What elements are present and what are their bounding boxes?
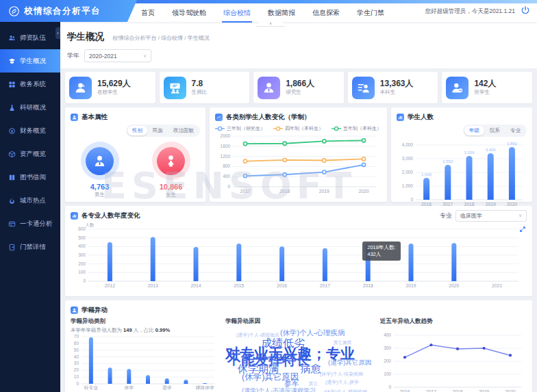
major-select-value: 临床医学 <box>460 212 482 220</box>
svg-text:20: 20 <box>74 367 79 372</box>
sidebar-item-9[interactable]: 一卡通分析 <box>0 212 60 235</box>
top-header: 校情综合分析平台 首页领导驾驶舱综合校情数据简报信息探索学生门禁 ∧ 您好超级管… <box>0 0 537 22</box>
cloud-word-2: (休学)个人-心理疾病 <box>280 329 345 337</box>
stat-card-value: 142人 <box>474 79 496 88</box>
svg-text:3,000: 3,000 <box>402 156 414 161</box>
cloud-word-16: (休学)个人-精神疾病 <box>324 389 367 392</box>
female-stat: 10,866 女生 <box>152 142 190 198</box>
stat-card-text: 142人留学生 <box>474 79 496 96</box>
svg-text:10: 10 <box>74 374 79 379</box>
change-category-bar-chart[interactable]: 010203040506070转专业休学退学继续休学 <box>71 334 217 391</box>
nav-collapse-handle[interactable]: ∧ <box>256 21 285 27</box>
svg-text:2020: 2020 <box>358 189 369 194</box>
tab-basic-2[interactable]: 民族 <box>148 126 168 135</box>
nav-item-2[interactable]: 领导驾驶舱 <box>172 8 206 18</box>
breadcrumb-bar: 学生概况 校情综合分析平台 / 综合校情 / 学生概况 学年 2020-2021… <box>60 22 537 68</box>
program-line-chart[interactable]: 04008001200160020002017201820192020 <box>215 132 382 195</box>
nav-item-3[interactable]: 综合校情 <box>223 8 251 18</box>
stat-card-value: 13,363人 <box>380 79 414 88</box>
people-icon <box>8 34 16 42</box>
panel-program-change: 各类别学生人数变化（学制） 三年制（研究生）四年制（本科生）五年制（本科生） 0… <box>210 107 387 202</box>
svg-text:200: 200 <box>78 261 86 266</box>
sidebar-item-label: 资产概览 <box>20 150 46 159</box>
legend-item-2[interactable]: 四年制（本科生） <box>273 125 323 132</box>
tab-basic-1[interactable]: 性别 <box>127 126 147 135</box>
power-icon[interactable] <box>521 5 530 15</box>
svg-text:1,000: 1,000 <box>402 183 414 188</box>
nav-item-1[interactable]: 首页 <box>141 8 155 18</box>
major-bar-chart[interactable]: 0100200300400500600人数2012201320142015201… <box>71 221 527 289</box>
sidebar-item-2[interactable]: 学生概况 <box>0 49 60 73</box>
sidebar-item-3[interactable]: 教务系统 <box>0 73 60 96</box>
brand-banner: 校情综合分析平台 <box>0 0 137 22</box>
svg-text:2018: 2018 <box>279 189 290 194</box>
stat-card-label: 研究生 <box>286 89 314 96</box>
sidebar-item-4[interactable]: 科研概况 <box>0 96 60 119</box>
stat-card-3[interactable]: 1,866人研究生 <box>253 72 344 103</box>
breadcrumb: 校情综合分析平台 / 综合校情 / 学生概况 <box>112 35 209 41</box>
program-legend: 三年制（研究生）四年制（本科生）五年制（本科生） <box>215 125 382 132</box>
teacher-board-icon <box>164 77 186 99</box>
sidebar-item-label: 学生概况 <box>20 57 46 66</box>
change-trend-line-chart[interactable]: 010020030040020162017201820192020 <box>380 330 527 392</box>
male-count: 4,763 <box>81 183 119 191</box>
stat-card-2[interactable]: 7.8生师比 <box>160 72 250 103</box>
svg-text:2015: 2015 <box>234 283 244 288</box>
tab-count-2[interactable]: 院系 <box>485 126 505 135</box>
svg-text:2017: 2017 <box>426 389 436 392</box>
stat-card-5[interactable]: 142人留学生 <box>442 72 532 103</box>
major-select[interactable]: 临床医学 ∨ <box>455 210 527 222</box>
stat-card-label: 在校学生 <box>97 89 131 96</box>
nav-item-6[interactable]: 学生门禁 <box>357 8 384 18</box>
svg-text:退学: 退学 <box>162 384 172 390</box>
svg-text:1200: 1200 <box>221 154 231 159</box>
tab-basic-3[interactable]: 政治面貌 <box>168 126 199 135</box>
sidebar-item-label: 师资队伍 <box>20 34 46 42</box>
legend-item-1[interactable]: 三年制（研究生） <box>215 125 265 132</box>
section-title: 近五年异动人数趋势 <box>380 317 527 326</box>
sidebar-item-label: 图书借阅 <box>20 173 46 182</box>
svg-text:2012: 2012 <box>105 283 115 288</box>
svg-text:2,550: 2,550 <box>442 159 453 164</box>
panel-major-yearly: 各专业人数年度变化 专业 临床医学 ∨ 0100200300400500600人… <box>65 206 532 296</box>
sidebar-collapse-icon[interactable]: ‹ <box>55 27 60 39</box>
list-person-icon <box>352 77 375 99</box>
stat-card-value: 1,866人 <box>286 79 314 88</box>
sidebar-item-10[interactable]: 门禁详情 <box>0 235 60 259</box>
legend-item-3[interactable]: 五年制（本科生） <box>332 125 382 132</box>
year-select-value: 2020-2021 <box>89 53 117 60</box>
svg-text:4,000: 4,000 <box>402 142 414 147</box>
svg-text:500: 500 <box>78 235 86 240</box>
female-label: 女生 <box>152 192 190 198</box>
svg-text:0: 0 <box>76 381 79 386</box>
svg-text:休学: 休学 <box>124 385 134 390</box>
section-title: 学籍异动类别 <box>71 317 217 326</box>
sidebar-item-1[interactable]: 师资队伍 <box>0 26 60 49</box>
app-root: 校情综合分析平台 首页领导驾驶舱综合校情数据简报信息探索学生门禁 ∧ 您好超级管… <box>0 0 537 392</box>
svg-text:2021: 2021 <box>492 283 502 288</box>
panel-icon <box>71 114 78 121</box>
change-reason-section: 学籍异动原因 (退学)个人-成绩低劣(休学)个人-心理疾病成绩低劣其它原因对专业… <box>225 317 372 392</box>
sidebar-item-6[interactable]: 资产概览 <box>0 142 60 166</box>
main-content: 学生概况 校情综合分析平台 / 综合校情 / 学生概况 学年 2020-2021… <box>60 22 537 392</box>
svg-text:继续休学: 继续休学 <box>196 385 214 390</box>
tab-count-1[interactable]: 年级 <box>464 126 484 135</box>
swirl-logo-icon <box>8 5 20 17</box>
stat-card-1[interactable]: 15,629人在校学生 <box>65 72 155 103</box>
nav-item-5[interactable]: 信息探索 <box>312 8 340 18</box>
svg-text:2020: 2020 <box>449 283 459 288</box>
page-title: 学生概况 <box>67 31 104 42</box>
sidebar-item-8[interactable]: 城市热点 <box>0 189 60 212</box>
grid-icon <box>8 81 16 88</box>
stat-card-text: 7.8生师比 <box>192 79 208 96</box>
stat-card-4[interactable]: 13,363人本科生 <box>348 72 438 103</box>
sidebar-item-7[interactable]: 图书借阅 <box>0 166 60 189</box>
svg-text:2018: 2018 <box>452 389 462 392</box>
sidebar-item-5[interactable]: 财务概览 <box>0 119 60 142</box>
nav-item-4[interactable]: 数据简报 <box>268 8 295 18</box>
reason-word-cloud[interactable]: (退学)个人-成绩低劣(休学)个人-心理疾病成绩低劣其它原因对专业无兴趣；专业不… <box>225 327 372 392</box>
cloud-word-12: (退学)个人-厌学 <box>325 380 359 384</box>
year-select[interactable]: 2020-2021 ∨ <box>84 49 151 62</box>
tab-count-3[interactable]: 专业 <box>505 126 525 135</box>
student-count-bar-chart[interactable]: 01,0002,0003,0004,0001,60020162,55020173… <box>397 137 527 208</box>
